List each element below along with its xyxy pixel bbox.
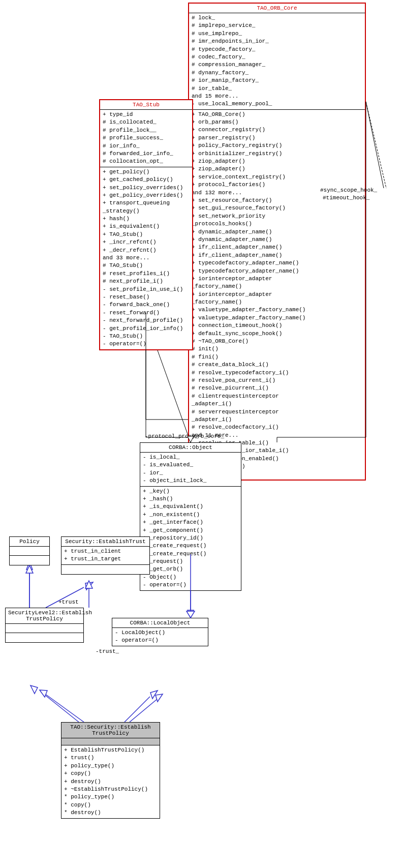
security-establish-trust-attributes: + trust_in_client + trust_in_target	[61, 547, 149, 565]
svg-line-13	[41, 692, 79, 722]
svg-line-35	[130, 697, 160, 722]
security-establish-trust-box: Security::EstablishTrust + trust_in_clie…	[61, 536, 150, 575]
svg-marker-30	[26, 565, 33, 573]
corba-localobject-box: CORBA::LocalObject - LocalObject() - ope…	[112, 618, 208, 646]
svg-marker-12	[85, 582, 93, 590]
corba-object-box: CORBA::Object - is_local_ - is_evaluated…	[140, 442, 241, 591]
svg-line-17	[366, 102, 386, 188]
svg-marker-32	[85, 581, 92, 588]
securitylevel2-section1	[6, 624, 83, 633]
policy-section1	[10, 547, 49, 556]
tao-orb-core-box: TAO_ORB_Core # lock_ # implrepo_service_…	[188, 3, 366, 481]
svg-line-19	[366, 102, 384, 188]
tao-orb-core-methods: + TAO_ORB_Core() + orb_params() + connec…	[189, 110, 365, 480]
sync-scope-label: #sync_scope_hook_	[320, 187, 377, 193]
trust-label: +trust	[58, 599, 79, 605]
securitylevel2-title: SecurityLevel2::Establish TrustPolicy	[6, 608, 83, 624]
timeout-hook-label: #timeout_hook_	[323, 195, 369, 201]
tao-security-empty	[61, 738, 160, 745]
diagram-container: TAO_ORB_Core # lock_ # implrepo_service_…	[0, 0, 403, 868]
securitylevel2-box: SecurityLevel2::Establish TrustPolicy	[5, 608, 84, 643]
corba-object-attributes: - is_local_ - is_evaluated_ - ior_ - obj…	[140, 453, 241, 487]
tao-security-box: TAO::Security::Establish TrustPolicy + E…	[61, 722, 160, 819]
trust-underscore-label: -trust_	[96, 648, 119, 654]
securitylevel2-section2	[6, 633, 83, 642]
policy-title: Policy	[10, 537, 49, 547]
svg-marker-34	[40, 690, 47, 697]
corba-object-methods: + _key() + _hash() + _is_equivalent() + …	[140, 487, 241, 590]
svg-line-15	[125, 697, 150, 722]
tao-stub-attributes: + type_id # is_collocated_ # profile_loc…	[100, 110, 192, 167]
tao-stub-methods: + get_policy() + get_cached_policy() + s…	[100, 167, 192, 349]
svg-marker-14	[30, 685, 38, 694]
policy-box: Policy	[9, 536, 50, 565]
svg-marker-28	[187, 611, 195, 618]
policy-section2	[10, 556, 49, 565]
svg-marker-16	[150, 691, 158, 699]
security-establish-trust-methods	[61, 565, 149, 574]
svg-marker-7	[188, 610, 194, 618]
tao-security-title: TAO::Security::Establish TrustPolicy	[61, 723, 160, 738]
svg-line-33	[43, 693, 84, 722]
corba-localobject-methods: - LocalObject() - operator=()	[112, 628, 208, 646]
orb-core-label: -orb_core_	[191, 433, 224, 439]
tao-stub-box: TAO_Stub + type_id # is_collocated_ # pr…	[99, 99, 193, 350]
corba-localobject-title: CORBA::LocalObject	[112, 618, 208, 628]
corba-object-title: CORBA::Object	[140, 443, 241, 453]
security-establish-trust-title: Security::EstablishTrust	[61, 537, 149, 547]
tao-orb-core-attributes: # lock_ # implrepo_service_ # use_implre…	[189, 13, 365, 110]
tao-security-methods: + EstablishTrustPolicy() + trust() + pol…	[61, 745, 160, 818]
svg-marker-36	[156, 694, 163, 702]
tao-orb-core-title: TAO_ORB_Core	[189, 4, 365, 13]
tao-stub-title: TAO_Stub	[100, 100, 192, 110]
